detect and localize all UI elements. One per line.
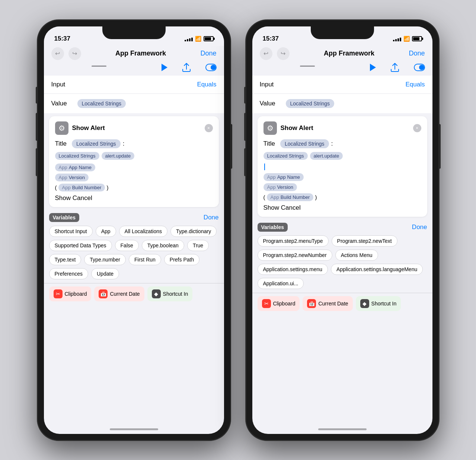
var-chip-8[interactable]: Type.text — [49, 254, 82, 265]
clipboard-icon-left: ✂ — [54, 289, 63, 298]
var-r-chip-4[interactable]: Application.settings.menu — [258, 264, 328, 275]
var-r-chip-0[interactable]: Program.step2.menuType — [258, 235, 329, 247]
phone-right: 15:37 📶 ↩ ↪ — [246, 20, 439, 441]
play-btn-left[interactable] — [162, 64, 167, 71]
undo-btn-left[interactable]: ↩ — [51, 47, 64, 60]
value-row-right: Value Localized Strings — [252, 94, 432, 113]
input-label-left: Input — [51, 81, 77, 88]
value-row-left: Value Localized Strings — [44, 94, 224, 113]
var-chip-0[interactable]: Shortcut Input — [49, 226, 93, 237]
clipboard-chip-right[interactable]: ✂ Clipboard — [258, 296, 300, 311]
bottom-bar-left: ✂ Clipboard 📅 Current Date ◆ Shortcut In — [44, 283, 224, 307]
version-row-left: App Version — [55, 174, 213, 181]
close-btn-left[interactable]: × — [205, 124, 213, 132]
power-button-right — [439, 124, 441, 169]
show-cancel-row-left: Show Cancel — [55, 194, 213, 202]
variables-header-left: Variables Done — [49, 213, 219, 222]
redo-btn-left[interactable]: ↪ — [68, 47, 81, 60]
date-chip-right[interactable]: 📅 Current Date — [303, 296, 352, 311]
body-chip-1-left[interactable]: Localized Strings — [55, 152, 99, 160]
app-chip-2-left[interactable]: App Version — [55, 174, 89, 181]
alert-card-left: ⚙ Show Alert × Title Localized Strings :… — [49, 116, 219, 207]
nav-title-right: App Framework — [290, 50, 409, 57]
toggle-btn-right[interactable] — [414, 64, 425, 71]
shortcut-chip-right[interactable]: ◆ Shortcut In — [356, 296, 401, 311]
title-chip-right[interactable]: Localized Strings — [280, 139, 329, 148]
wifi-icon-left: 📶 — [195, 36, 201, 42]
var-chip-13[interactable]: Update — [91, 268, 119, 279]
variables-header-right: Variables Done — [258, 223, 427, 232]
app-chip-2-right[interactable]: App Version — [263, 183, 297, 191]
variables-done-left[interactable]: Done — [204, 214, 219, 221]
redo-btn-right[interactable]: ↪ — [277, 47, 290, 60]
close-btn-right[interactable]: × — [413, 124, 421, 132]
var-chip-1[interactable]: App — [96, 226, 116, 237]
share-btn-left[interactable] — [182, 63, 191, 72]
shortcut-chip-left[interactable]: ◆ Shortcut In — [147, 286, 193, 301]
toolbar-right — [252, 63, 432, 76]
close-paren-right: ) — [315, 194, 317, 200]
show-cancel-text-right: Show Cancel — [263, 204, 301, 212]
phone-screen-right: 15:37 📶 ↩ ↪ — [252, 26, 432, 434]
var-chip-11[interactable]: Prefs Path — [164, 254, 199, 265]
variables-label-left: Variables — [49, 213, 80, 222]
phone-screen-left: 15:37 📶 ↩ ↪ — [44, 26, 224, 434]
var-chip-3[interactable]: Type.dictionary — [170, 226, 217, 237]
status-icons-right: 📶 — [393, 36, 422, 42]
toolbar-divider-right — [300, 66, 315, 67]
var-chip-6[interactable]: Type.boolean — [142, 240, 184, 251]
app-chip-1-left[interactable]: App App Name — [55, 164, 96, 171]
wifi-icon-right: 📶 — [403, 36, 410, 42]
input-label-right: Input — [260, 81, 286, 88]
var-chip-7[interactable]: True — [187, 240, 209, 251]
condition-section-left: Input Equals Value Localized Strings — [44, 76, 224, 113]
var-r-chip-3[interactable]: Actions Menu — [335, 250, 378, 261]
app-name-row-left: App App Name — [55, 164, 213, 171]
var-chip-9[interactable]: Type.number — [84, 254, 126, 265]
open-paren-right: ( — [263, 194, 265, 200]
var-r-chip-2[interactable]: Program.step2.newNumber — [258, 250, 332, 261]
var-r-chip-5[interactable]: Application.settings.languageMenu — [331, 264, 423, 275]
share-btn-right[interactable] — [391, 63, 399, 72]
var-chip-5[interactable]: False — [115, 240, 139, 251]
show-cancel-row-right: Show Cancel — [263, 204, 421, 212]
build-chip-left[interactable]: App Build Number — [58, 184, 105, 191]
title-chip-left[interactable]: Localized Strings — [72, 139, 121, 148]
gear-icon-left: ⚙ — [55, 121, 68, 135]
undo-btn-right[interactable]: ↩ — [260, 47, 272, 60]
home-indicator-left — [110, 428, 158, 430]
volume-down-right — [244, 148, 246, 176]
body-chip-2-right[interactable]: alert.update — [310, 152, 343, 160]
app-chip-1-right[interactable]: App App Name — [263, 173, 304, 181]
var-chip-4[interactable]: Supported Data Types — [49, 240, 112, 251]
content-chips-left: App App Name App Version ( App Build Num… — [55, 164, 213, 191]
body-chip-1-right[interactable]: Localized Strings — [263, 152, 308, 160]
var-chip-2[interactable]: All Localizations — [119, 226, 167, 237]
equals-value-right[interactable]: Equals — [406, 81, 425, 88]
var-r-chip-1[interactable]: Program.step2.newText — [332, 235, 397, 247]
var-chip-10[interactable]: First Run — [129, 254, 161, 265]
date-chip-left[interactable]: 📅 Current Date — [94, 286, 144, 301]
share-icon-right — [391, 63, 399, 72]
alert-title-row-left: Title Localized Strings : — [55, 139, 213, 148]
done-btn-left[interactable]: Done — [200, 50, 216, 57]
cursor-line-right — [263, 164, 421, 170]
toggle-btn-left[interactable] — [205, 64, 217, 71]
var-r-chip-6[interactable]: Application.ui... — [258, 278, 304, 289]
value-chip-right[interactable]: Localized Strings — [286, 99, 335, 108]
var-chip-12[interactable]: Preferences — [49, 268, 88, 279]
colon-right: : — [331, 140, 333, 147]
body-chip-2-left[interactable]: alert.update — [102, 152, 135, 160]
equals-value-left[interactable]: Equals — [197, 81, 217, 88]
open-paren-left: ( — [55, 184, 57, 191]
play-btn-right[interactable] — [370, 64, 376, 71]
date-icon-right: 📅 — [307, 299, 316, 308]
title-label-right: Title — [263, 140, 275, 147]
build-chip-right[interactable]: App Build Number — [267, 193, 314, 201]
status-icons-left: 📶 — [185, 36, 214, 42]
clipboard-chip-left[interactable]: ✂ Clipboard — [49, 286, 92, 301]
value-chip-left[interactable]: Localized Strings — [77, 99, 126, 108]
done-btn-right[interactable]: Done — [409, 50, 425, 57]
variables-done-right[interactable]: Done — [412, 223, 427, 231]
alert-header-left: ⚙ Show Alert × — [55, 121, 213, 135]
